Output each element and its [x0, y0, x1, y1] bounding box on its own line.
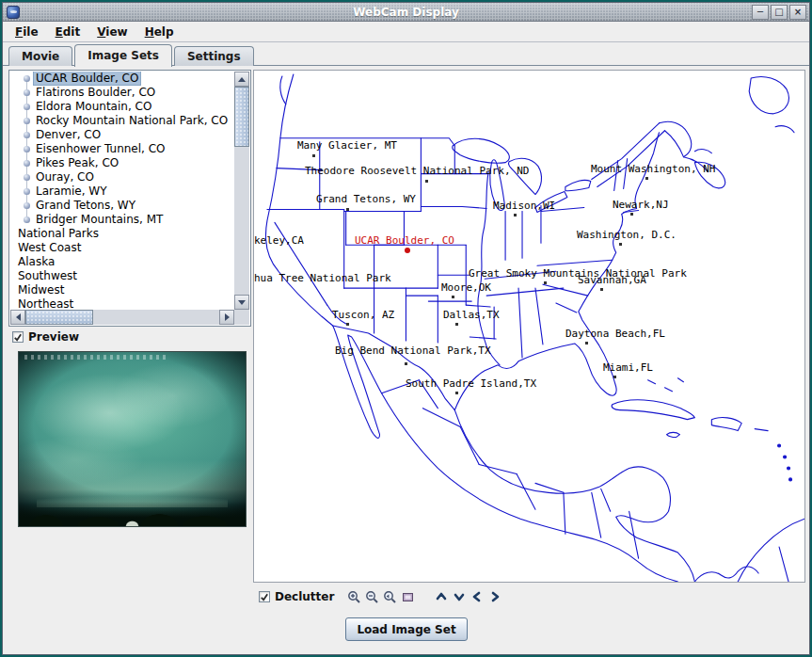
map-label: Newark,NJ: [613, 200, 669, 210]
map-label: Savannah,GA: [578, 275, 646, 285]
scroll-down-button[interactable]: [234, 295, 249, 310]
tree-horizontal-scrollbar[interactable]: [10, 310, 234, 325]
tree-leaf-icon: [24, 104, 30, 110]
chevron-left-icon: [470, 590, 484, 603]
tree-item-group[interactable]: West Coast: [10, 241, 234, 255]
menu-file[interactable]: File: [7, 24, 47, 40]
tree-item-group[interactable]: Alaska: [10, 255, 234, 269]
tree-leaf-icon: [24, 118, 30, 124]
minimize-icon: ─: [757, 8, 763, 17]
tree-item-leaf[interactable]: Eisenhower Tunnel, CO: [10, 142, 234, 156]
map-point-marker: [619, 243, 622, 246]
tree-item-leaf[interactable]: UCAR Boulder, CO: [10, 72, 234, 86]
tree-item-leaf[interactable]: Laramie, WY: [10, 184, 234, 199]
map-point-marker: [613, 376, 616, 378]
map-labels: Many Glacier, MTTheodore Roosevelt Natio…: [254, 71, 804, 582]
tree-leaf-icon: [24, 132, 30, 138]
menu-file-label: ile: [23, 25, 38, 39]
zoom-previous-button[interactable]: [381, 588, 399, 606]
maximize-button[interactable]: □: [771, 5, 788, 20]
menu-view[interactable]: View: [88, 24, 135, 40]
tree-vertical-scrollbar[interactable]: [234, 72, 249, 310]
tree-item-group[interactable]: Midwest: [10, 283, 234, 297]
chevron-up-icon: [435, 590, 448, 603]
pan-up-button[interactable]: [432, 588, 450, 606]
tree-item-label: Grand Tetons, WY: [34, 199, 137, 212]
vertical-scrollbar-thumb[interactable]: [234, 87, 249, 147]
map-point-marker: [455, 392, 458, 394]
horizontal-scrollbar-thumb[interactable]: [25, 310, 93, 325]
chevron-down-icon: [453, 590, 466, 603]
checkmark-icon: [260, 592, 269, 602]
scroll-right-button[interactable]: [219, 310, 234, 325]
window-title: WebCam Display: [3, 3, 809, 22]
tab-content-image-sets: UCAR Boulder, COFlatirons Boulder, COEld…: [3, 65, 809, 654]
site-tree-panel: UCAR Boulder, COFlatirons Boulder, COEld…: [8, 70, 251, 327]
tree-leaf-icon: [24, 202, 30, 209]
tree-item-group[interactable]: Southwest: [10, 269, 234, 283]
map-point-marker: [452, 296, 454, 298]
declutter-checkbox[interactable]: Declutter: [259, 590, 334, 603]
tree-item-group[interactable]: National Parks: [10, 227, 234, 241]
zoom-out-button[interactable]: [363, 588, 381, 606]
webcam-preview-image: [18, 351, 247, 527]
tree-item-leaf[interactable]: Grand Tetons, WY: [10, 199, 234, 213]
menu-edit-label: dit: [63, 25, 80, 39]
tab-movie[interactable]: Movie: [8, 46, 72, 66]
tree-item-label: Eldora Mountain, CO: [34, 100, 153, 113]
close-icon: ×: [794, 8, 802, 17]
tree-item-leaf[interactable]: Flatirons Boulder, CO: [10, 86, 234, 100]
tree-item-leaf[interactable]: Pikes Peak, CO: [10, 156, 234, 170]
load-image-set-button[interactable]: Load Image Set: [345, 617, 468, 641]
menu-bar: File Edit View Help: [3, 22, 809, 42]
zoom-in-button[interactable]: [345, 588, 363, 606]
map-label-highlight: UCAR Boulder, CO: [355, 235, 454, 246]
menu-help-label: elp: [154, 25, 174, 39]
map-point-marker: [425, 180, 428, 183]
tree-leaf-icon: [24, 89, 30, 96]
map-panel[interactable]: Many Glacier, MTTheodore Roosevelt Natio…: [253, 70, 805, 583]
map-label: Daytona Beach,FL: [565, 328, 665, 339]
menu-help[interactable]: Help: [136, 24, 183, 40]
tree-item-label: Southwest: [16, 269, 79, 282]
map-point-marker: [585, 342, 588, 345]
arrow-right-icon: [225, 313, 230, 321]
reset-view-button[interactable]: [399, 588, 417, 606]
tree-item-label: National Parks: [16, 227, 101, 240]
tree-item-label: Rocky Mountain National Park, CO: [34, 114, 230, 127]
tree-item-leaf[interactable]: Rocky Mountain National Park, CO: [10, 114, 234, 128]
map-point-marker: [455, 323, 458, 326]
pan-down-button[interactable]: [450, 588, 468, 606]
tree-item-leaf[interactable]: Bridger Mountains, MT: [10, 213, 234, 227]
chevron-right-icon: [488, 590, 502, 603]
pan-left-button[interactable]: [468, 588, 486, 606]
preview-label: Preview: [28, 330, 79, 344]
tree-item-group[interactable]: Northeast: [10, 297, 234, 310]
tree-leaf-icon: [24, 160, 30, 167]
map-label: Madison,WI: [493, 200, 555, 211]
zoom-out-icon: [365, 590, 379, 604]
menu-view-mnemonic: V: [97, 25, 105, 39]
tab-image-sets[interactable]: Image Sets: [74, 44, 172, 67]
tree-item-leaf[interactable]: Eldora Mountain, CO: [10, 100, 234, 114]
treeline-silhouette: [19, 502, 246, 526]
preview-checkbox[interactable]: Preview: [12, 329, 79, 345]
map-point-marker: [405, 362, 407, 365]
map-point-marker: [346, 323, 349, 326]
scroll-left-button[interactable]: [10, 310, 25, 325]
close-button[interactable]: ×: [789, 5, 806, 20]
pan-right-button[interactable]: [486, 588, 503, 606]
app-window: WebCam Display ─ □ × File Edit View Help…: [2, 2, 810, 655]
menu-help-mnemonic: H: [145, 25, 154, 39]
site-tree: UCAR Boulder, COFlatirons Boulder, COEld…: [10, 72, 234, 310]
tree-item-leaf[interactable]: Ouray, CO: [10, 170, 234, 184]
map-point-marker: [346, 208, 349, 211]
menu-edit[interactable]: Edit: [47, 24, 89, 40]
minimize-button[interactable]: ─: [752, 5, 769, 20]
checkbox-box: [259, 591, 270, 602]
titlebar[interactable]: WebCam Display ─ □ ×: [3, 3, 809, 22]
scroll-up-button[interactable]: [234, 72, 249, 87]
tree-item-leaf[interactable]: Denver, CO: [10, 128, 234, 142]
arrow-down-icon: [238, 300, 246, 305]
tab-settings[interactable]: Settings: [174, 46, 254, 66]
